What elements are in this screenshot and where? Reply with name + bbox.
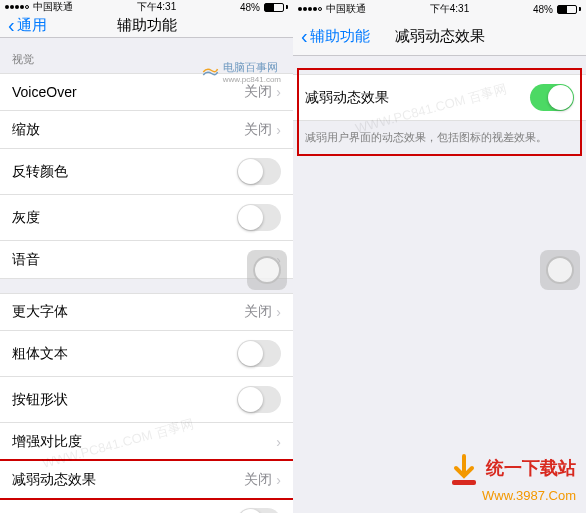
back-button[interactable]: ‹ 通用 (8, 14, 47, 37)
row-label: 减弱动态效果 (12, 471, 96, 489)
row-value: 关闭 (244, 83, 272, 101)
toggle-grayscale[interactable] (237, 204, 281, 231)
toggle-reduce-motion[interactable] (530, 84, 574, 111)
time-label: 下午4:31 (137, 0, 176, 14)
row-label: 增强对比度 (12, 433, 82, 451)
signal-dots (5, 5, 29, 9)
row-label: 减弱动态效果 (305, 89, 389, 107)
row-label: 灰度 (12, 209, 40, 227)
row-contrast[interactable]: 增强对比度 › (0, 423, 293, 461)
battery-pct: 48% (533, 4, 553, 15)
chevron-left-icon: ‹ (301, 25, 308, 48)
assistive-touch-icon[interactable] (540, 250, 580, 290)
row-label: 缩放 (12, 121, 40, 139)
dl-site-url: Www.3987.Com (446, 488, 576, 503)
back-label: 通用 (17, 16, 47, 35)
row-label: 按钮形状 (12, 391, 68, 409)
carrier-label: 中国联通 (33, 0, 73, 14)
row-label: VoiceOver (12, 84, 77, 100)
chevron-right-icon: › (276, 84, 281, 100)
svg-rect-0 (452, 480, 476, 485)
nav-bar: ‹ 通用 辅助功能 (0, 14, 293, 38)
row-value: 关闭 (244, 121, 272, 139)
battery-icon (557, 5, 581, 14)
row-label: 语音 (12, 251, 40, 269)
row-zoom[interactable]: 缩放 关闭› (0, 111, 293, 149)
time-label: 下午4:31 (430, 2, 469, 16)
right-screen: 中国联通 下午4:31 48% ‹ 辅助功能 减弱动态效果 减弱动态效果 减弱用… (293, 0, 586, 513)
row-value: 关闭 (244, 471, 272, 489)
toggle-labels[interactable] (237, 508, 281, 513)
status-bar: 中国联通 下午4:31 48% (293, 0, 586, 18)
back-button[interactable]: ‹ 辅助功能 (301, 25, 370, 48)
nav-bar: ‹ 辅助功能 减弱动态效果 (293, 18, 586, 56)
setting-description: 减弱用户界面的动态效果，包括图标的视差效果。 (293, 121, 586, 154)
row-reduce-motion-toggle[interactable]: 减弱动态效果 (293, 74, 586, 121)
row-label: 反转颜色 (12, 163, 68, 181)
assistive-touch-icon[interactable] (247, 250, 287, 290)
download-site-logo: 统一下载站 Www.3987.Com (446, 452, 576, 503)
chevron-left-icon: ‹ (8, 14, 15, 37)
row-reduce-motion[interactable]: 减弱动态效果 关闭› (0, 461, 293, 499)
row-label: 更大字体 (12, 303, 68, 321)
toggle-invert[interactable] (237, 158, 281, 185)
chevron-right-icon: › (276, 122, 281, 138)
row-label: 粗体文本 (12, 345, 68, 363)
toggle-bold[interactable] (237, 340, 281, 367)
carrier-label: 中国联通 (326, 2, 366, 16)
battery-pct: 48% (240, 2, 260, 13)
row-bold-text[interactable]: 粗体文本 (0, 331, 293, 377)
row-value: 关闭 (244, 303, 272, 321)
chevron-right-icon: › (276, 472, 281, 488)
toggle-button-shapes[interactable] (237, 386, 281, 413)
page-title: 辅助功能 (117, 16, 177, 35)
dl-site-name: 统一下载站 (486, 458, 576, 478)
status-bar: 中国联通 下午4:31 48% (0, 0, 293, 14)
row-labels[interactable]: 开/关标签 (0, 499, 293, 513)
back-label: 辅助功能 (310, 27, 370, 46)
page-title: 减弱动态效果 (395, 27, 485, 46)
watermark-logo: 电脑百事网 www.pc841.com (201, 60, 281, 84)
row-button-shapes[interactable]: 按钮形状 (0, 377, 293, 423)
chevron-right-icon: › (276, 434, 281, 450)
chevron-right-icon: › (276, 304, 281, 320)
battery-icon (264, 3, 288, 12)
signal-dots (298, 7, 322, 11)
left-screen: 中国联通 下午4:31 48% ‹ 通用 辅助功能 电脑百事网 www.pc84… (0, 0, 293, 513)
row-invert[interactable]: 反转颜色 (0, 149, 293, 195)
row-larger-text[interactable]: 更大字体 关闭› (0, 293, 293, 331)
row-grayscale[interactable]: 灰度 (0, 195, 293, 241)
